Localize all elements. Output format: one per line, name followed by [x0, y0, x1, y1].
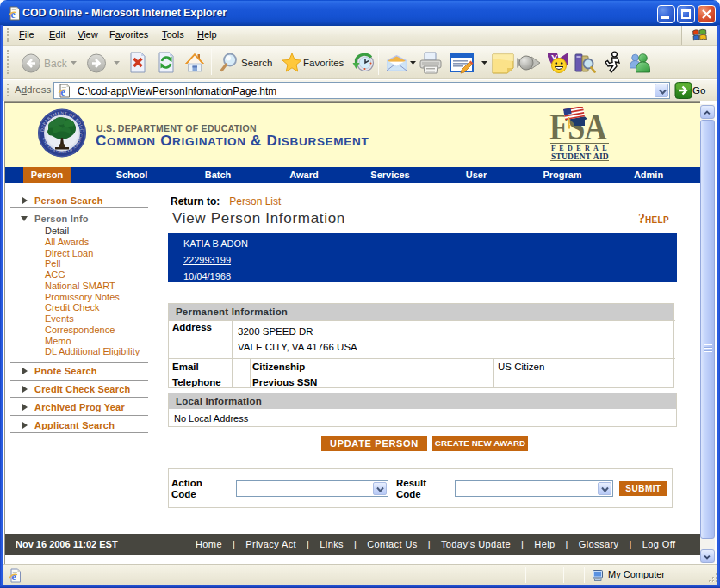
svg-text:e: e	[60, 87, 65, 97]
svg-text:e: e	[10, 9, 15, 20]
svg-text:e: e	[11, 572, 16, 582]
